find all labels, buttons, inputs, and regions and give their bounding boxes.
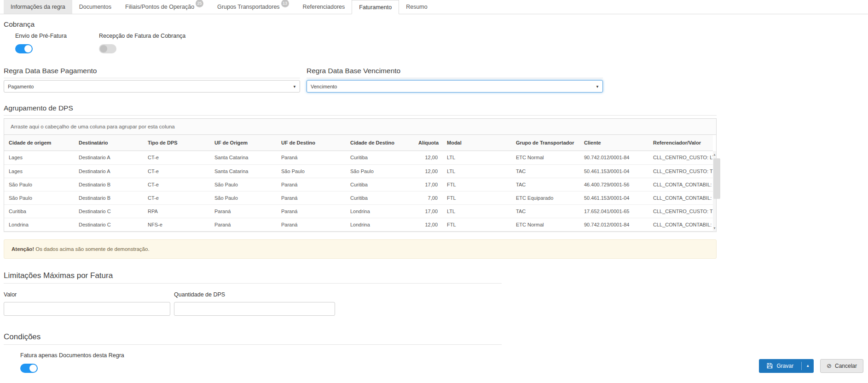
column-header-uf-de-destino[interactable]: UF de Destino [277, 135, 346, 151]
table-cell: Curitiba [346, 178, 414, 191]
table-cell: São Paulo [277, 164, 346, 178]
table-cell: Destinatario C [74, 218, 143, 231]
recepcao-fatura-toggle[interactable] [99, 44, 116, 53]
scroll-up-icon[interactable]: ▲ [713, 151, 716, 158]
table-cell: FTL [442, 178, 511, 191]
section-agrupamento-dps: Agrupamento de DPS Arraste aqui o cabeça… [4, 104, 717, 259]
table-cell: Destinatario A [74, 164, 143, 178]
table-cell: Santa Catarina [210, 164, 277, 178]
limitacoes-title: Limitações Máximas por Fatura [4, 271, 502, 284]
table-cell: CLL_CENTRO_CUSTO: TL_DIST [648, 204, 713, 218]
table-row[interactable]: LagesDestinatario ACT-eSanta CatarinaPar… [4, 151, 713, 164]
column-header-referenciador-valor[interactable]: Referenciador/Valor [648, 135, 713, 151]
table-cell: LTL [442, 164, 511, 178]
valor-input[interactable] [4, 302, 170, 316]
save-options-caret[interactable]: ▲ [802, 359, 814, 373]
table-cell: Paraná [277, 218, 346, 231]
column-header-cidade-de-destino[interactable]: Cidade de Destino [346, 135, 414, 151]
table-cell: Curitiba [4, 204, 74, 218]
tab-filiais-pontos-de-operacao[interactable]: Filiais/Pontos de Operação25 [118, 0, 210, 14]
scroll-down-icon[interactable]: ▼ [713, 225, 716, 232]
cancel-button[interactable]: ⊘ Cancelar [820, 359, 863, 373]
envio-pre-fatura-label: Envio de Pré-Fatura [15, 33, 99, 39]
table-cell: CT-e [143, 178, 210, 191]
tab-label: Resumo [406, 4, 428, 10]
table-row[interactable]: São PauloDestinatario BCT-eSão PauloPara… [4, 178, 713, 191]
tab-label: Documentos [79, 4, 111, 10]
table-cell: Paraná [277, 204, 346, 218]
table-cell: 90.742.012/0001-84 [579, 218, 648, 231]
tab-bar: Informações da regraDocumentosFiliais/Po… [0, 0, 868, 14]
table-cell: ETC Normal [511, 151, 579, 164]
tab-resumo[interactable]: Resumo [399, 0, 434, 14]
grid-vertical-scrollbar[interactable]: ▲ ▼ [713, 151, 716, 232]
column-header-destinatario[interactable]: Destinatário [74, 135, 143, 151]
scrollbar-thumb[interactable] [713, 158, 720, 199]
quantidade-dps-input[interactable] [174, 302, 335, 316]
tab-documentos[interactable]: Documentos [72, 0, 118, 14]
toggle-knob [29, 365, 37, 372]
table-cell: Paraná [210, 204, 277, 218]
save-icon [767, 363, 773, 369]
table-row[interactable]: São PauloDestinatario BCT-eSão PauloPara… [4, 191, 713, 204]
table-cell: CT-e [143, 164, 210, 178]
tab-grupos-transportadores[interactable]: Grupos Transportadores13 [210, 0, 296, 14]
envio-pre-fatura-block: Envio de Pré-Fatura [15, 33, 99, 53]
column-header-grupo-de-transportador[interactable]: Grupo de Transportador [511, 135, 579, 151]
table-cell: 46.400.729/0001-56 [579, 178, 648, 191]
regra-pagamento-title: Regra Data Base Pagamento [4, 67, 300, 78]
column-header-aliquota[interactable]: Alíquota [414, 135, 442, 151]
table-cell: 12,00 [414, 218, 442, 231]
table-cell: Londrina [4, 218, 74, 231]
table-cell: 12,00 [414, 151, 442, 164]
table-cell: Lages [4, 151, 74, 164]
envio-pre-fatura-toggle[interactable] [15, 44, 33, 53]
tab-count-badge: 13 [281, 0, 289, 7]
tab-informacoes-da-regra[interactable]: Informações da regra [4, 0, 72, 14]
column-header-uf-de-origem[interactable]: UF de Origem [210, 135, 277, 151]
table-cell: 90.742.012/0001-84 [579, 151, 648, 164]
fatura-apenas-docs-toggle[interactable] [20, 364, 38, 373]
tab-label: Informações da regra [11, 4, 65, 10]
table-row[interactable]: LagesDestinatario ACT-eSanta CatarinaSão… [4, 164, 713, 178]
fatura-apenas-docs-block: Fatura apenas Documentos desta Regra [20, 352, 124, 373]
quantidade-dps-label: Quantidade de DPS [174, 291, 335, 298]
regra-vencimento-select[interactable]: Vencimento [307, 80, 603, 93]
column-header-tipo-de-dps[interactable]: Tipo de DPS [143, 135, 210, 151]
table-cell: Paraná [210, 218, 277, 231]
recepcao-fatura-block: Recepção de Fatura de Cobrança [99, 33, 185, 53]
section-regra-pagamento: Regra Data Base Pagamento Pagamento ▼ [4, 67, 300, 93]
tab-referenciadores[interactable]: Referenciadores [296, 0, 352, 14]
table-cell: ETC Normal [511, 218, 579, 231]
table-cell: 17,00 [414, 204, 442, 218]
column-header-modal[interactable]: Modal [442, 135, 511, 151]
table-cell: Curitiba [346, 191, 414, 204]
table-cell: ETC Equiparado [511, 191, 579, 204]
table-cell: 17.652.041/0001-65 [579, 204, 648, 218]
table-row[interactable]: LondrinaDestinatario CNFS-eParanáParanáL… [4, 218, 713, 231]
table-cell: Londrina [346, 204, 414, 218]
save-button-label: Gravar [776, 363, 793, 369]
tab-faturamento[interactable]: Faturamento [352, 0, 399, 14]
table-cell: FTL [442, 191, 511, 204]
table-cell: LTL [442, 151, 511, 164]
table-cell: TAC [511, 178, 579, 191]
warning-text: Os dados acima são somente de demonstraç… [35, 246, 149, 252]
table-cell: São Paulo [4, 178, 74, 191]
agrupamento-title: Agrupamento de DPS [4, 104, 717, 116]
table-row[interactable]: CuritibaDestinatario CRPAParanáParanáLon… [4, 204, 713, 218]
regra-pagamento-select[interactable]: Pagamento [4, 80, 300, 93]
table-cell: RPA [143, 204, 210, 218]
grid-group-drop-zone[interactable]: Arraste aqui o cabeçalho de uma coluna p… [4, 119, 716, 135]
save-button[interactable]: Gravar [759, 359, 801, 373]
table-cell: CLL_CONTA_CONTABIL: DEPART_A [648, 178, 713, 191]
cancel-icon: ⊘ [827, 362, 832, 369]
table-cell: LTL [442, 204, 511, 218]
table-cell: 17,00 [414, 178, 442, 191]
save-split-button[interactable]: Gravar ▲ [759, 359, 814, 373]
column-header-cliente[interactable]: Cliente [579, 135, 648, 151]
table-cell: Santa Catarina [210, 151, 277, 164]
recepcao-fatura-label: Recepção de Fatura de Cobrança [99, 33, 185, 39]
column-header-cidade-de-origem[interactable]: Cidade de origem [4, 135, 74, 151]
tab-label: Faturamento [359, 4, 392, 11]
